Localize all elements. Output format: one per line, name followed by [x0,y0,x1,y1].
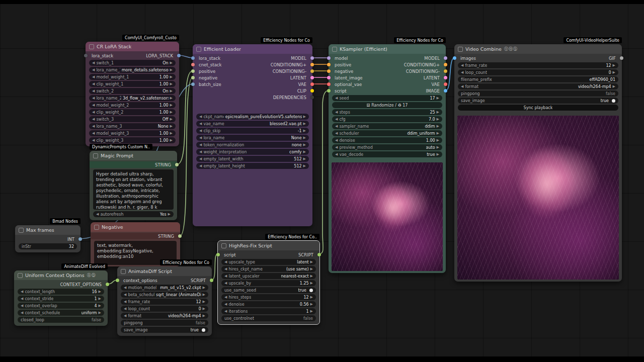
widget-row[interactable]: lora_name_1 more_details.safetensors [89,67,176,73]
decrement-icon[interactable] [461,64,463,67]
widget-row[interactable]: switch_3 Off [89,116,176,122]
decrement-icon[interactable] [92,111,95,114]
increment-icon[interactable] [303,150,306,154]
increment-icon[interactable] [170,82,173,86]
widget-row[interactable]: sampler_name ddim [332,123,442,129]
node-header[interactable]: AnimateDiff Script [117,266,212,276]
decrement-icon[interactable] [335,146,338,149]
increment-icon[interactable] [303,157,306,161]
increment-icon[interactable] [203,314,205,318]
output-port[interactable] [310,63,314,66]
widget-row[interactable]: save_image true [121,327,208,333]
output-port[interactable] [310,76,314,79]
widget-row[interactable]: seed 17 [332,95,442,101]
increment-icon[interactable] [310,282,313,285]
widget-row[interactable]: pingpong false [121,320,208,326]
decrement-icon[interactable] [199,150,202,154]
widget-row[interactable]: clip_weight_1 1.00 [89,81,176,87]
increment-icon[interactable] [613,64,615,67]
node-header[interactable]: HighRes-Fix Script [218,241,319,250]
widget-row[interactable]: loop_count 0 [121,306,208,312]
increment-icon[interactable] [99,311,101,315]
input-port[interactable] [216,253,220,256]
widget-row[interactable]: preview_method auto [332,144,442,150]
node-header[interactable]: Max frames [15,225,80,235]
decrement-icon[interactable] [199,122,202,126]
widget-row[interactable]: clip_weight_3 1.00 [89,137,176,143]
decrement-icon[interactable] [335,118,338,121]
output-port[interactable] [178,234,182,238]
input-port[interactable] [327,63,331,66]
output-port[interactable] [78,237,82,241]
increment-icon[interactable] [303,115,306,119]
collapse-icon[interactable] [332,47,337,52]
decrement-icon[interactable] [199,129,202,133]
decrement-icon[interactable] [335,139,338,142]
node-highres-fix-script[interactable]: Efficiency Nodes for Co.. HighRes-Fix Sc… [217,240,320,325]
input-port[interactable] [191,69,195,73]
increment-icon[interactable] [170,89,173,93]
decrement-icon[interactable] [21,290,23,294]
output-port[interactable] [620,56,623,60]
increment-icon[interactable] [170,111,173,114]
widget-row[interactable]: Sync playback [458,105,618,111]
increment-icon[interactable] [170,132,173,135]
increment-icon[interactable] [170,118,173,121]
widget-row[interactable]: hires_steps 12 [221,294,316,300]
output-port[interactable] [310,56,314,60]
increment-icon[interactable] [310,310,313,313]
increment-icon[interactable] [170,75,173,79]
decrement-icon[interactable] [199,136,202,140]
widget-row[interactable]: model_weight_3 1.00 [89,130,176,136]
increment-icon[interactable] [303,136,306,140]
decrement-icon[interactable] [92,61,95,65]
decrement-icon[interactable] [224,267,227,271]
increment-icon[interactable] [437,111,439,114]
decrement-icon[interactable] [92,89,95,93]
collapse-icon[interactable] [89,44,94,49]
widget-row[interactable]: beta_schedule sqrt_linear (AnimateDiff) [121,292,208,298]
output-port[interactable] [444,89,447,93]
widget-row[interactable]: save_image true [458,98,618,104]
widget-row[interactable]: vae_decode true [332,151,442,157]
node-ksampler-efficient[interactable]: Efficiency Nodes for Co KSampler (Effici… [329,44,446,273]
input-port[interactable] [191,76,195,79]
widget-row[interactable]: latent_upscaler nearest-exact [221,273,316,279]
increment-icon[interactable] [170,97,173,100]
widget-row[interactable]: frame_rate 12 [458,62,618,68]
increment-icon[interactable] [437,139,439,142]
decrement-icon[interactable] [199,164,202,168]
widget-row[interactable]: clip_skip -1 [196,128,309,134]
increment-icon[interactable] [170,139,173,142]
collapse-icon[interactable] [121,269,126,274]
widget-row[interactable]: closed_loop false [18,317,104,323]
decrement-icon[interactable] [124,307,126,311]
decrement-icon[interactable] [224,260,227,264]
decrement-icon[interactable] [335,132,338,135]
decrement-icon[interactable] [335,125,338,128]
output-port[interactable] [444,56,447,60]
output-port[interactable] [310,96,314,99]
widget-row[interactable]: format video/h264-mp4 [121,313,208,319]
decrement-icon[interactable] [461,85,463,88]
input-port[interactable] [327,69,331,73]
input-port[interactable] [327,89,331,93]
increment-icon[interactable] [99,297,101,301]
decrement-icon[interactable] [21,304,23,308]
node-header[interactable]: KSampler (Efficient) [329,44,446,54]
input-port[interactable] [327,76,331,79]
node-header[interactable]: Uniform Context Options ⒶⒹ [14,270,108,280]
increment-icon[interactable] [310,303,313,306]
collapse-icon[interactable] [196,47,201,52]
widget-row[interactable]: model_weight_2 1.00 [89,102,176,108]
output-port[interactable] [310,69,314,73]
decrement-icon[interactable] [92,82,95,86]
widget-row[interactable]: pingpong false [458,90,618,97]
video-preview-image[interactable] [457,116,619,280]
increment-icon[interactable] [203,307,205,311]
widget-row[interactable]: hires_ckpt_name (use same) [221,266,316,272]
collapse-icon[interactable] [221,243,226,248]
output-port[interactable] [317,253,321,256]
widget-row[interactable]: switch_2 On [89,88,176,94]
decrement-icon[interactable] [92,104,95,107]
